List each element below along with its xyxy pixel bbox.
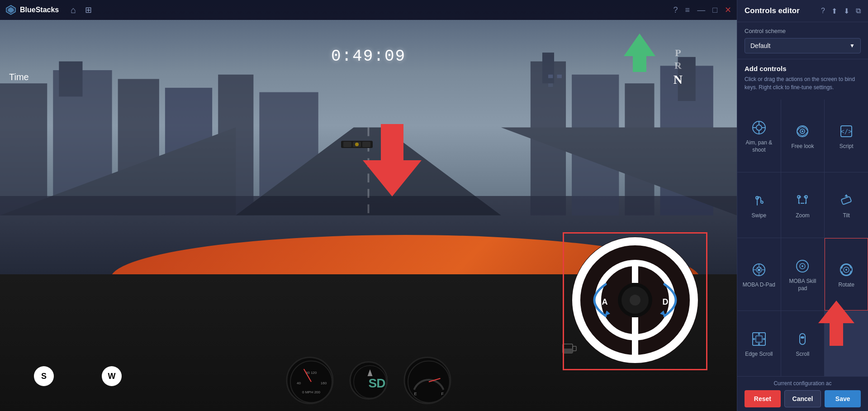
- swipe-icon: [751, 192, 767, 209]
- svg-rect-25: [343, 142, 351, 147]
- aim-pan-shoot-label: Aim, pan & shoot: [741, 139, 777, 153]
- minimize-icon[interactable]: —: [697, 5, 705, 15]
- scheme-dropdown[interactable]: Default ▼: [745, 38, 861, 53]
- moba-dpad-icon: [751, 262, 767, 278]
- editor-help-icon[interactable]: ?: [821, 7, 825, 15]
- green-arrow: [624, 33, 655, 72]
- svg-point-27: [355, 143, 359, 146]
- left-gauge: 80 120 40 160 0 MPH 200: [286, 357, 333, 404]
- add-controls-desc: Click or drag the actions on the screen …: [745, 75, 861, 91]
- svg-marker-37: [367, 369, 372, 376]
- svg-marker-106: [818, 301, 854, 346]
- close-icon[interactable]: ✕: [725, 5, 731, 15]
- sd-watermark: SD: [369, 376, 385, 391]
- editor-bottom: Current configuration ac Reset Cancel Sa…: [737, 376, 868, 411]
- swipe-label: Swipe: [751, 212, 766, 220]
- control-tilt[interactable]: Tilt: [825, 172, 868, 238]
- editor-export-icon[interactable]: ⬇: [844, 7, 849, 15]
- hamburger-icon[interactable]: ≡: [685, 5, 690, 15]
- script-label: Script: [840, 143, 854, 150]
- svg-point-91: [845, 269, 847, 271]
- moba-skill-pad-icon: [794, 258, 811, 274]
- editor-header: Controls editor ? ⬆ ⬇ ⧉: [737, 0, 868, 22]
- steering-wheel-overlay: A D: [569, 234, 701, 366]
- logo-icon: [5, 5, 16, 15]
- key-s: S: [34, 366, 54, 386]
- svg-rect-10: [548, 75, 553, 78]
- steering-wheel-svg: A D: [569, 234, 701, 366]
- tilt-label: Tilt: [843, 212, 850, 220]
- scroll-icon: [794, 331, 811, 347]
- gear-prnd: P R N: [674, 47, 683, 87]
- svg-point-88: [802, 265, 803, 267]
- current-config-text: Current configuration ac: [745, 380, 861, 387]
- zoom-label: Zoom: [796, 212, 810, 220]
- logo-text: BlueStacks: [20, 6, 59, 14]
- editor-title: Controls editor: [745, 6, 800, 15]
- svg-point-67: [802, 130, 803, 132]
- control-edge-scroll[interactable]: Edge Scroll: [737, 311, 781, 376]
- scheme-label: Control scheme: [745, 28, 861, 34]
- edge-scroll-icon: [751, 331, 767, 347]
- control-moba-dpad[interactable]: MOBA D-Pad: [737, 238, 781, 311]
- control-scroll[interactable]: Scroll: [781, 311, 825, 376]
- svg-rect-105: [801, 336, 804, 339]
- zoom-icon: [794, 192, 811, 209]
- grid-icon[interactable]: ⊞: [85, 5, 92, 15]
- key-w: W: [102, 366, 122, 386]
- red-arrow-down: [363, 124, 422, 198]
- free-look-icon: [794, 123, 811, 139]
- control-free-look[interactable]: Free look: [781, 100, 825, 172]
- control-script[interactable]: </> Script: [825, 100, 868, 172]
- cancel-button[interactable]: Cancel: [784, 390, 821, 407]
- rotate-icon: [838, 262, 854, 278]
- top-bar: BlueStacks ⌂ ⊞ ? ≡ — □ ✕: [0, 0, 737, 20]
- control-zoom[interactable]: Zoom: [781, 172, 825, 238]
- svg-marker-29: [624, 33, 655, 72]
- add-controls-title: Add controls: [745, 65, 861, 72]
- svg-text:</>: </>: [841, 128, 852, 135]
- free-look-label: Free look: [791, 143, 814, 150]
- scheme-section: Control scheme Default ▼: [737, 22, 868, 59]
- editor-saveas-icon[interactable]: ⧉: [856, 7, 861, 15]
- svg-text:E: E: [414, 392, 417, 396]
- editor-import-icon[interactable]: ⬆: [831, 7, 837, 15]
- right-gauge: E F: [403, 357, 451, 404]
- maximize-icon[interactable]: □: [712, 5, 717, 15]
- svg-text:40: 40: [297, 381, 301, 385]
- add-controls-section: Add controls Click or drag the actions o…: [737, 59, 868, 100]
- action-buttons: Reset Cancel Save: [745, 390, 861, 407]
- reset-button[interactable]: Reset: [745, 390, 781, 407]
- red-arrow-up-editor: [818, 301, 854, 348]
- scroll-label: Scroll: [796, 351, 809, 358]
- gear-p: P: [675, 47, 681, 59]
- save-button[interactable]: Save: [825, 390, 861, 407]
- control-rotate[interactable]: Rotate: [825, 238, 868, 311]
- home-icon[interactable]: ⌂: [71, 5, 76, 15]
- help-icon[interactable]: ?: [674, 5, 678, 15]
- svg-point-52: [630, 295, 640, 306]
- gear-n: N: [674, 72, 683, 87]
- timer-display: 0:49:09: [331, 47, 406, 66]
- svg-rect-15: [59, 62, 82, 97]
- scheme-row: Default ▼: [745, 38, 861, 53]
- svg-text:80  120: 80 120: [305, 371, 317, 375]
- control-moba-skill-pad[interactable]: MOBA Skill pad: [781, 238, 825, 311]
- svg-rect-11: [557, 75, 562, 78]
- bluestacks-logo: BlueStacks: [5, 5, 59, 15]
- svg-text:D: D: [663, 297, 669, 306]
- svg-marker-78: [844, 194, 848, 196]
- svg-text:160: 160: [320, 381, 327, 385]
- svg-text:0   MPH  200: 0 MPH 200: [302, 390, 320, 394]
- rotate-label: Rotate: [838, 282, 854, 289]
- moba-skill-pad-label: MOBA Skill pad: [785, 278, 821, 292]
- controls-editor: Controls editor ? ⬆ ⬇ ⧉ Control scheme D…: [737, 0, 868, 411]
- svg-rect-81: [758, 269, 760, 271]
- svg-rect-5: [542, 53, 554, 83]
- gear-r: R: [674, 60, 682, 72]
- svg-rect-12: [548, 83, 553, 87]
- control-swipe[interactable]: Swipe: [737, 172, 781, 238]
- edge-scroll-label: Edge Scroll: [745, 351, 773, 358]
- scheme-value: Default: [750, 42, 770, 49]
- control-aim-pan-shoot[interactable]: Aim, pan & shoot: [737, 100, 781, 172]
